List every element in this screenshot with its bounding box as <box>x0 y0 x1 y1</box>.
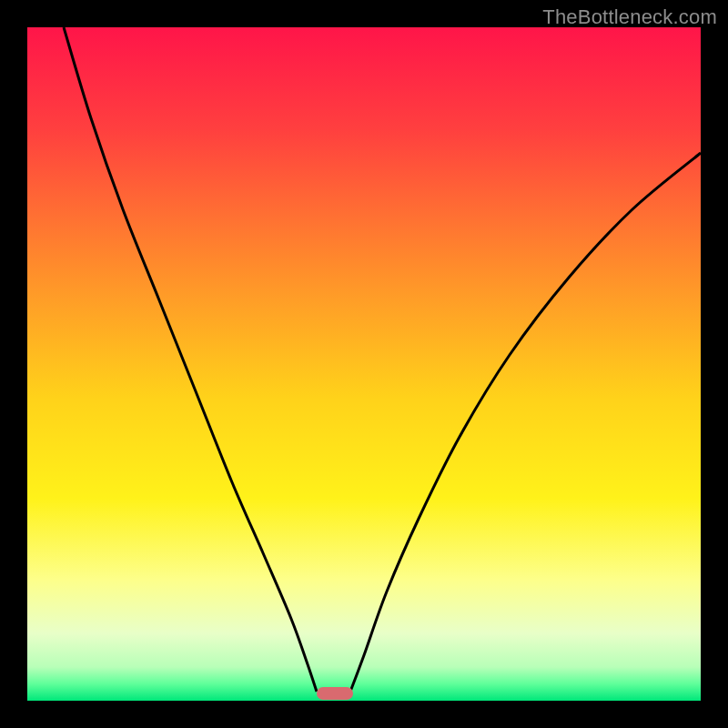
right-branch-curve <box>350 153 701 692</box>
plot-area <box>27 27 701 701</box>
left-branch-curve <box>64 27 317 692</box>
watermark-text: TheBottleneck.com <box>542 5 717 29</box>
chart-frame: TheBottleneck.com <box>0 0 728 728</box>
bottleneck-marker <box>317 687 353 700</box>
curve-layer <box>27 27 701 701</box>
